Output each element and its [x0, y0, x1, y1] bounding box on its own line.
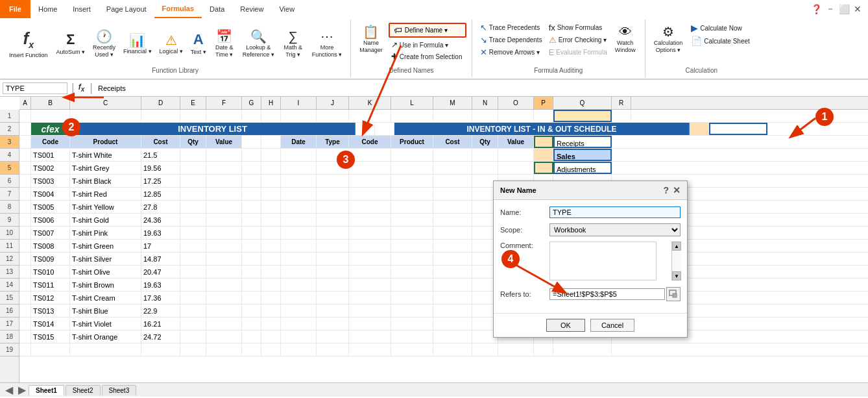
cell-F1[interactable] — [206, 110, 242, 122]
cell-M6[interactable] — [433, 175, 472, 187]
cell-M12[interactable] — [433, 253, 472, 265]
error-checking-btn[interactable]: ⚠ Error Checking ▾ — [546, 34, 610, 45]
dialog-comment-input[interactable] — [549, 242, 657, 280]
cell-D10[interactable]: 19.63 — [141, 227, 180, 239]
cell-C2-header[interactable]: INVENTORY LIST — [70, 123, 356, 135]
cell-J19[interactable] — [317, 343, 349, 356]
cell-K4[interactable] — [349, 149, 391, 161]
cell-A11[interactable] — [19, 240, 31, 252]
cell-D6[interactable]: 17.25 — [141, 175, 180, 187]
close-icon[interactable]: ✕ — [854, 4, 862, 14]
cell-D7[interactable]: 12.85 — [141, 188, 180, 200]
cell-L17[interactable] — [391, 317, 433, 330]
dialog-close-btn[interactable]: ✕ — [673, 185, 681, 195]
cell-B4[interactable]: TS001 — [31, 149, 70, 161]
cell-C8[interactable]: T-shirt Yellow — [70, 201, 141, 213]
cell-M13[interactable] — [433, 266, 472, 278]
cell-G17[interactable] — [242, 317, 261, 330]
cell-D14[interactable]: 19.63 — [141, 279, 180, 291]
fx-button[interactable]: fx — [76, 82, 88, 93]
cell-L1[interactable] — [391, 110, 433, 122]
create-from-selection-btn[interactable]: ✚ Create from Selection — [389, 51, 466, 62]
watch-window-btn[interactable]: 👁 WatchWindow — [611, 22, 640, 56]
cell-F18[interactable] — [206, 330, 242, 343]
cell-E5[interactable] — [180, 162, 206, 174]
cell-J7[interactable] — [317, 188, 349, 200]
trace-dependents-btn[interactable]: ↘ Trace Dependents — [477, 34, 545, 45]
cell-D1[interactable] — [141, 110, 180, 122]
cell-L6[interactable] — [391, 175, 433, 187]
cell-J11[interactable] — [317, 240, 349, 252]
cell-H13[interactable] — [261, 266, 281, 278]
cell-H17[interactable] — [261, 317, 281, 330]
cell-L16[interactable] — [391, 305, 433, 317]
cell-H11[interactable] — [261, 240, 281, 252]
cell-J15[interactable] — [317, 292, 349, 304]
dialog-refers-collapse-btn[interactable] — [666, 287, 681, 301]
cell-K18[interactable] — [349, 330, 391, 343]
cell-E8[interactable] — [180, 201, 206, 213]
cell-D8[interactable]: 27.8 — [141, 201, 180, 213]
cell-I10[interactable] — [281, 227, 317, 239]
cell-F11[interactable] — [206, 240, 242, 252]
tab-data[interactable]: Data — [202, 0, 232, 18]
cell-B1[interactable] — [31, 110, 70, 122]
cell-J8[interactable] — [317, 201, 349, 213]
cell-F15[interactable] — [206, 292, 242, 304]
cell-L19[interactable] — [391, 343, 433, 356]
cell-K6[interactable] — [349, 175, 391, 187]
cell-Q1[interactable] — [553, 110, 612, 122]
cell-G11[interactable] — [242, 240, 261, 252]
cell-Q2[interactable] — [709, 123, 767, 135]
cell-G14[interactable] — [242, 279, 261, 291]
cell-Q3[interactable]: Receipts — [553, 136, 612, 148]
calculation-options-btn[interactable]: ⚙ CalculationOptions ▾ — [651, 22, 686, 56]
cell-C10[interactable]: T-shirt Pink — [70, 227, 141, 239]
cell-F4[interactable] — [206, 149, 242, 161]
cell-O4[interactable] — [498, 149, 534, 161]
cell-F6[interactable] — [206, 175, 242, 187]
evaluate-formula-btn[interactable]: E Evaluate Formula — [546, 47, 610, 58]
cell-I18[interactable] — [281, 330, 317, 343]
cell-L5[interactable] — [391, 162, 433, 174]
cell-H6[interactable] — [261, 175, 281, 187]
cell-J9[interactable] — [317, 214, 349, 226]
cell-M18[interactable] — [433, 330, 472, 343]
more-functions-btn[interactable]: ⋯ MoreFunctions ▾ — [309, 27, 346, 60]
cell-M8[interactable] — [433, 201, 472, 213]
cell-D17[interactable]: 16.21 — [141, 317, 180, 330]
tab-file[interactable]: File — [0, 0, 30, 18]
cell-L18[interactable] — [391, 330, 433, 343]
cell-E10[interactable] — [180, 227, 206, 239]
cell-C17[interactable]: T-shirt Violet — [70, 317, 141, 330]
cell-A17[interactable] — [19, 317, 31, 330]
cell-I16[interactable] — [281, 305, 317, 317]
cell-P3[interactable] — [534, 136, 553, 148]
name-box[interactable] — [3, 82, 67, 94]
cell-G6[interactable] — [242, 175, 261, 187]
tab-sheet2[interactable]: Sheet2 — [66, 385, 101, 395]
cell-F9[interactable] — [206, 214, 242, 226]
cell-P4[interactable] — [534, 149, 553, 161]
cell-M1[interactable] — [433, 110, 472, 122]
cell-A9[interactable] — [19, 214, 31, 226]
calculate-sheet-btn[interactable]: 📄 Calculate Sheet — [688, 35, 753, 47]
cell-P19[interactable] — [534, 343, 553, 356]
cell-G15[interactable] — [242, 292, 261, 304]
cell-L10[interactable] — [391, 227, 433, 239]
math-trig-btn[interactable]: ∑ Math &Trig ▾ — [279, 27, 307, 60]
cell-N5[interactable] — [472, 162, 498, 174]
cell-K9[interactable] — [349, 214, 391, 226]
cell-Q4[interactable]: Sales — [553, 149, 612, 161]
cell-G12[interactable] — [242, 253, 261, 265]
cell-K10[interactable] — [349, 227, 391, 239]
cell-B16[interactable]: TS013 — [31, 305, 70, 317]
formula-input[interactable] — [95, 83, 865, 93]
name-manager-btn[interactable]: 📋 NameManager — [356, 22, 386, 56]
cell-E6[interactable] — [180, 175, 206, 187]
cell-C19[interactable] — [70, 343, 141, 356]
cell-B13[interactable]: TS010 — [31, 266, 70, 278]
cell-J12[interactable] — [317, 253, 349, 265]
cell-Q19[interactable] — [553, 343, 612, 356]
cell-B8[interactable]: TS005 — [31, 201, 70, 213]
